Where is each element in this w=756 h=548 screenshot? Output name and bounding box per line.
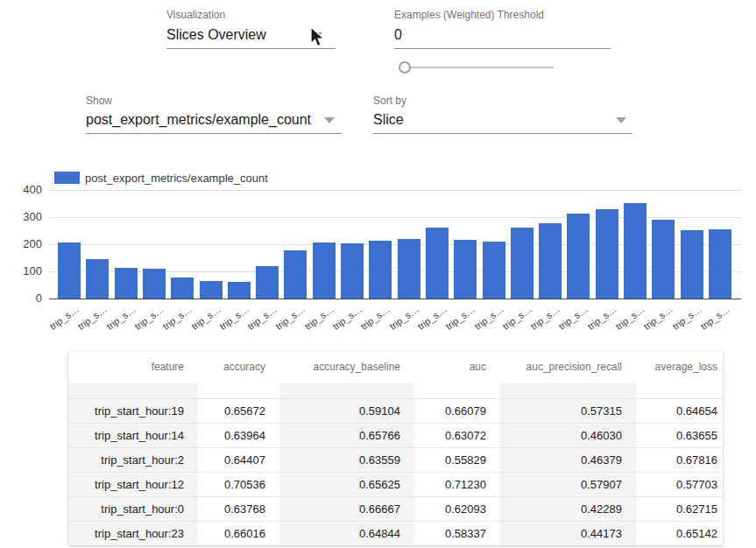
show-underline — [86, 133, 342, 134]
sort-by-underline — [373, 133, 632, 134]
metric-cell: 0.64654 — [636, 398, 723, 423]
table-row: trip_start_hour:190.656720.591040.660790… — [68, 398, 723, 423]
column-header[interactable]: auc — [414, 351, 500, 383]
bar[interactable] — [624, 203, 646, 299]
bar[interactable] — [596, 209, 618, 299]
bar[interactable] — [398, 239, 420, 299]
threshold-label: Examples (Weighted) Threshold — [394, 9, 544, 21]
bar[interactable] — [426, 228, 449, 299]
filter-row — [68, 383, 723, 398]
metric-cell: 0.57315 — [500, 398, 636, 423]
bar[interactable] — [341, 243, 364, 299]
feature-cell: trip_start_hour:2 — [68, 447, 198, 472]
bar[interactable] — [454, 240, 477, 299]
metric-cell: 0.65766 — [279, 423, 414, 447]
visualization-value[interactable]: Slices Overview — [166, 27, 266, 43]
column-header[interactable]: average_loss — [636, 351, 723, 383]
bar[interactable] — [256, 266, 279, 299]
metric-cell: 0.65142 — [636, 521, 723, 545]
visualization-underline — [166, 48, 336, 49]
metric-cell: 0.70536 — [198, 472, 279, 496]
metric-cell: 0.46379 — [500, 447, 636, 472]
dropdown-arrow-icon[interactable] — [312, 32, 322, 39]
metric-cell: 0.66079 — [414, 398, 500, 423]
gridline — [49, 190, 741, 191]
metric-cell: 0.58337 — [414, 521, 500, 545]
bar[interactable] — [143, 269, 166, 299]
threshold-slider-track[interactable] — [405, 67, 554, 68]
filter-cell[interactable] — [500, 383, 636, 398]
metric-cell: 0.63768 — [198, 496, 279, 521]
metric-cell: 0.65672 — [198, 398, 279, 423]
sort-by-value[interactable]: Slice — [373, 112, 404, 128]
metric-cell: 0.55829 — [414, 447, 500, 472]
metric-cell: 0.71230 — [414, 472, 500, 496]
feature-cell: trip_start_hour:14 — [68, 423, 198, 447]
show-value[interactable]: post_export_metrics/example_count — [86, 112, 311, 128]
feature-cell: trip_start_hour:23 — [68, 521, 198, 545]
metric-cell: 0.44173 — [500, 521, 636, 545]
bar[interactable] — [369, 241, 392, 299]
dropdown-arrow-icon[interactable] — [616, 117, 626, 123]
legend-label: post_export_metrics/example_count — [85, 172, 268, 185]
metric-cell: 0.67816 — [636, 447, 723, 472]
metric-cell: 0.63072 — [414, 423, 500, 447]
column-header[interactable]: accuracy — [198, 351, 279, 383]
metric-cell: 0.64407 — [198, 447, 279, 472]
filter-cell[interactable] — [414, 383, 500, 398]
metric-cell: 0.63559 — [279, 447, 414, 472]
metric-cell: 0.63655 — [636, 423, 723, 447]
metric-cell: 0.63964 — [198, 423, 279, 447]
bar[interactable] — [681, 230, 703, 299]
filter-cell[interactable] — [68, 383, 198, 398]
threshold-input[interactable]: 0 — [394, 27, 402, 43]
y-axis-tick-label: 100 — [7, 264, 42, 278]
bar[interactable] — [58, 242, 81, 299]
feature-cell: trip_start_hour:0 — [68, 496, 198, 521]
y-axis-tick-label: 300 — [7, 210, 42, 223]
metric-cell: 0.66016 — [198, 521, 279, 545]
column-header[interactable]: feature — [68, 351, 198, 383]
bar[interactable] — [567, 214, 590, 299]
bar[interactable] — [511, 228, 533, 299]
visualization-label: Visualization — [166, 9, 225, 21]
feature-cell: trip_start_hour:19 — [68, 398, 198, 423]
y-axis-tick-label: 200 — [7, 237, 42, 250]
bar[interactable] — [709, 229, 731, 299]
show-label: Show — [86, 95, 112, 107]
bar[interactable] — [200, 281, 223, 299]
metrics-table: featureaccuracyaccuracy_baselineaucauc_p… — [68, 351, 723, 545]
y-axis-tick-label: 0 — [7, 292, 42, 305]
metric-cell: 0.57907 — [500, 472, 636, 496]
table-row: trip_start_hour:120.705360.656250.712300… — [68, 472, 723, 496]
metric-cell: 0.66667 — [279, 496, 414, 521]
column-header[interactable]: auc_precision_recall — [500, 351, 636, 383]
bar[interactable] — [171, 278, 194, 299]
dropdown-arrow-icon[interactable] — [324, 117, 335, 123]
table-row: trip_start_hour:230.660160.648440.583370… — [68, 521, 723, 545]
column-header[interactable]: accuracy_baseline — [279, 351, 414, 383]
metric-cell: 0.46030 — [500, 423, 636, 447]
bar[interactable] — [228, 282, 251, 299]
metric-cell: 0.42289 — [500, 496, 636, 521]
metric-cell: 0.59104 — [279, 398, 414, 423]
bar[interactable] — [86, 259, 109, 299]
threshold-underline — [394, 48, 611, 49]
table-row: trip_start_hour:00.637680.666670.620930.… — [68, 496, 723, 521]
bar[interactable] — [652, 220, 675, 299]
bar[interactable] — [539, 223, 562, 299]
filter-cell[interactable] — [198, 383, 279, 398]
table-row: trip_start_hour:140.639640.657660.630720… — [68, 423, 723, 447]
threshold-slider-handle[interactable] — [399, 61, 411, 74]
bar[interactable] — [115, 268, 138, 299]
table-header-row: featureaccuracyaccuracy_baselineaucauc_p… — [68, 351, 723, 383]
metric-cell: 0.62093 — [414, 496, 500, 521]
filter-cell[interactable] — [279, 383, 414, 398]
y-axis-tick-label: 400 — [7, 183, 42, 196]
bar[interactable] — [313, 242, 336, 299]
metric-cell: 0.57703 — [636, 472, 723, 496]
bar[interactable] — [483, 242, 505, 299]
bar[interactable] — [284, 250, 307, 299]
metric-cell: 0.64844 — [279, 521, 414, 545]
filter-cell[interactable] — [636, 383, 723, 398]
